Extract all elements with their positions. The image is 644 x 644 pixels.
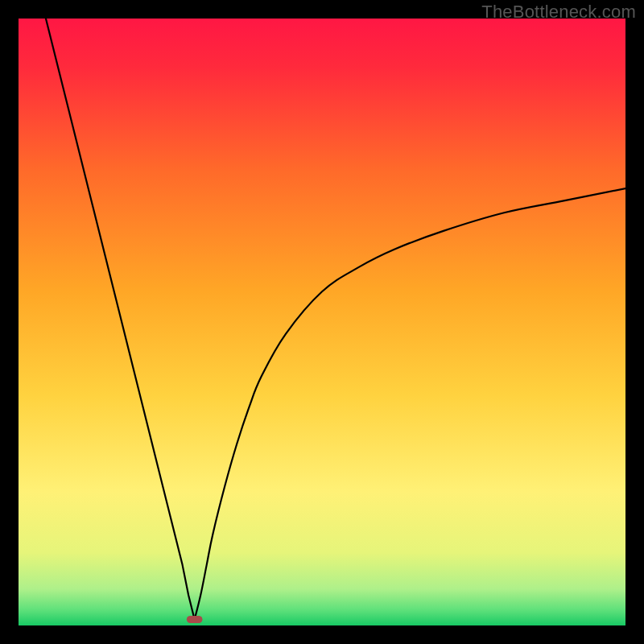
minimum-marker [187, 616, 203, 623]
chart-background [19, 19, 625, 625]
chart-frame: TheBottleneck.com [0, 0, 644, 644]
chart-svg [19, 19, 625, 625]
chart-plot [19, 19, 625, 625]
